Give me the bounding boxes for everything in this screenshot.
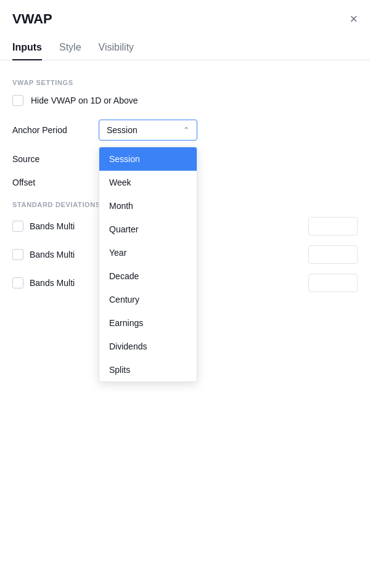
dropdown-item-year[interactable]: Year — [99, 241, 197, 264]
dropdown-item-session[interactable]: Session — [99, 147, 197, 171]
tab-bar: Inputs Style Visibility — [0, 36, 370, 60]
bands-input-3[interactable] — [308, 274, 358, 292]
close-button[interactable]: × — [350, 12, 358, 26]
dropdown-item-decade[interactable]: Decade — [99, 264, 197, 288]
dropdown-item-dividends[interactable]: Dividends — [99, 335, 197, 358]
bands-label-3: Bands Multi — [30, 278, 91, 288]
chevron-up-icon: ⌃ — [183, 126, 189, 134]
dropdown-item-week[interactable]: Week — [99, 171, 197, 194]
dropdown-menu: Session Week Month Quarter Year Decade C… — [99, 147, 197, 382]
bands-label-1: Bands Multi — [30, 221, 91, 231]
hide-vwap-checkbox[interactable] — [12, 95, 23, 106]
anchor-period-dropdown[interactable]: Session ⌃ — [99, 120, 197, 141]
tab-visibility[interactable]: Visibility — [99, 36, 134, 60]
bands-input-2[interactable] — [308, 245, 358, 264]
dropdown-item-month[interactable]: Month — [99, 194, 197, 218]
dropdown-item-quarter[interactable]: Quarter — [99, 218, 197, 241]
anchor-period-label: Anchor Period — [12, 125, 99, 135]
dropdown-item-earnings[interactable]: Earnings — [99, 311, 197, 335]
bands-checkbox-1[interactable] — [12, 221, 23, 232]
bands-input-1[interactable] — [308, 217, 358, 235]
source-label: Source — [12, 154, 99, 164]
dropdown-item-century[interactable]: Century — [99, 288, 197, 311]
bands-checkbox-2[interactable] — [12, 249, 23, 260]
hide-vwap-row: Hide VWAP on 1D or Above — [12, 95, 358, 106]
anchor-period-row: Anchor Period Session ⌃ Session Week Mon… — [12, 120, 358, 141]
page-title: VWAP — [12, 11, 52, 27]
offset-label: Offset — [12, 178, 99, 187]
bands-label-2: Bands Multi — [30, 250, 91, 259]
bands-checkbox-3[interactable] — [12, 277, 23, 288]
dropdown-selected-value: Session — [107, 125, 138, 135]
tab-style[interactable]: Style — [59, 36, 81, 60]
vwap-settings-label: VWAP SETTINGS — [12, 79, 358, 86]
tab-inputs[interactable]: Inputs — [12, 36, 42, 60]
dropdown-item-splits[interactable]: Splits — [99, 358, 197, 382]
hide-vwap-label: Hide VWAP on 1D or Above — [31, 96, 138, 105]
